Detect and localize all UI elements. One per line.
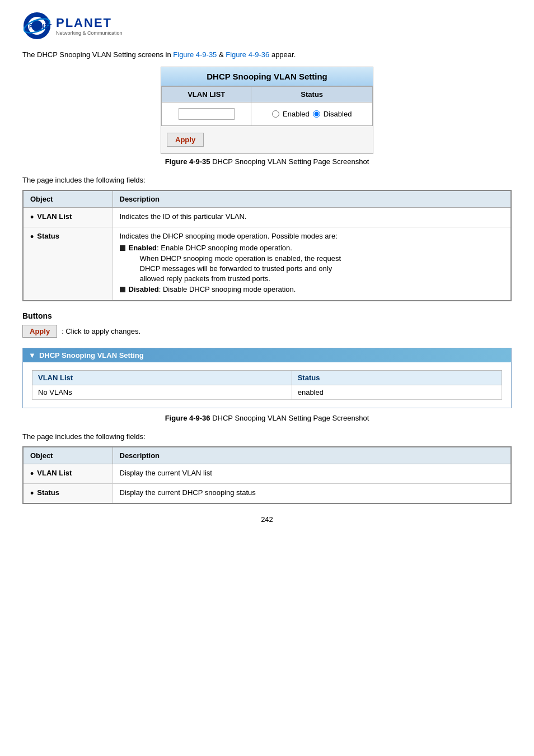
square-bullet-disabled [120,287,125,292]
table-row: • Status Indicates the DHCP snooping mod… [23,227,511,301]
figure35-link[interactable]: Figure 4-9-35 [173,50,217,59]
description-table-2: Object Description • VLAN List Display t… [22,446,512,504]
table-row: • VLAN List Indicates the ID of this par… [23,208,511,227]
apply-button-desc: Apply : Click to apply changes. [22,325,512,338]
fields-intro-1: The page includes the following fields: [22,176,512,184]
vlan-input[interactable] [179,108,235,120]
live-panel-body: VLAN List Status No VLANs enabled [23,362,511,408]
enabled-label: Enabled [283,110,310,118]
live-panel: ▼ DHCP Snooping VLAN Setting VLAN List S… [22,348,512,408]
live-status-cell: enabled [292,385,502,400]
vlan-list-bullet: • VLAN List [30,212,106,222]
screenshot1-row: Enabled Disabled [162,102,373,126]
vlan-list-bullet-2: • VLAN List [30,469,106,479]
live-table: VLAN List Status No VLANs enabled [32,370,502,400]
buttons-heading: Buttons [22,311,512,320]
status-bullet-2: • Status [30,488,106,498]
disabled-label: Disabled [324,110,352,118]
status-desc: Indicates the DHCP snooping mode operati… [113,227,511,301]
disabled-item: Disabled: Disable DHCP snooping mode ope… [120,285,504,293]
screenshot1-table: VLAN LIST Status Enabled Disabled [161,86,373,126]
planet-logo-icon: PLANET [22,11,51,40]
figure35-caption: Figure 4-9-35 DHCP Snooping VLAN Setting… [22,157,512,166]
apply-button-2[interactable]: Apply [22,325,57,338]
collapse-icon[interactable]: ▼ [29,351,36,360]
logo-tagline: Networking & Communication [56,30,123,36]
col-status: Status [251,87,373,102]
table-row: • VLAN List Display the current VLAN lis… [23,464,511,484]
svg-text:PLANET: PLANET [29,24,51,30]
fields-intro-2: The page includes the following fields: [22,432,512,441]
figure36-caption: Figure 4-9-36 DHCP Snooping VLAN Setting… [22,414,512,422]
screenshot1-box: DHCP Snooping VLAN Setting VLAN LIST Sta… [161,67,373,154]
status-bullet: • Status [30,232,106,242]
table-row: • Status Display the current DHCP snoopi… [23,484,511,504]
table1-col-object: Object [23,190,113,208]
vlan-list-desc-2: Display the current VLAN list [113,464,511,484]
square-bullet-enabled [120,245,125,251]
vlan-input-cell [162,102,251,126]
screenshot1-title: DHCP Snooping VLAN Setting [161,67,373,86]
status-intro: Indicates the DHCP snooping mode operati… [120,232,504,240]
logo: PLANET PLANET Networking & Communication [22,11,123,40]
live-vlan-cell: No VLANs [32,385,292,400]
apply-button-1[interactable]: Apply [167,133,204,147]
apply-desc: : Click to apply changes. [62,327,140,335]
status-desc-2: Display the current DHCP snooping status [113,484,511,504]
enabled-radio[interactable] [272,110,279,118]
status-radios: Enabled Disabled [257,110,367,118]
figure36-link[interactable]: Figure 4-9-36 [226,50,269,59]
live-col-vlan: VLAN List [32,371,292,385]
intro-paragraph: The DHCP Snooping VLAN Setting screens i… [22,50,512,59]
page-number: 242 [22,515,512,524]
live-panel-title: DHCP Snooping VLAN Setting [39,351,144,360]
logo-text: PLANET Networking & Communication [56,16,123,36]
logo-name: PLANET [56,16,123,30]
disabled-radio[interactable] [313,110,320,118]
live-col-status: Status [292,371,502,385]
table2-col-object: Object [23,447,113,464]
buttons-section: Buttons Apply : Click to apply changes. [22,311,512,338]
live-table-row: No VLANs enabled [32,385,502,400]
vlan-list-desc: Indicates the ID of this particular VLAN… [113,208,511,227]
apply-btn-wrapper: Apply [161,126,373,153]
table1-col-description: Description [113,190,511,208]
header: PLANET PLANET Networking & Communication [22,11,512,40]
table2-col-description: Description [113,447,511,464]
live-panel-header: ▼ DHCP Snooping VLAN Setting [23,348,511,362]
status-radio-cell: Enabled Disabled [251,102,373,126]
description-table-1: Object Description • VLAN List Indicates… [22,190,512,301]
enabled-item: Enabled: Enable DHCP snooping mode opera… [120,244,504,252]
col-vlan-list: VLAN LIST [162,87,251,102]
